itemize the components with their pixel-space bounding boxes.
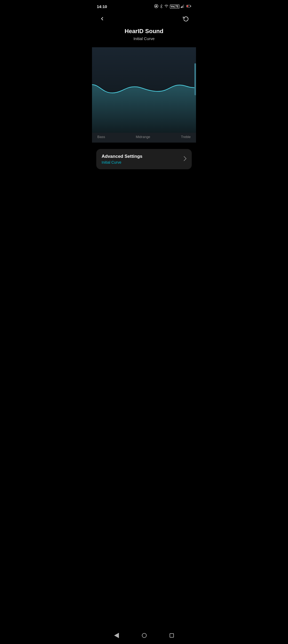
reset-button[interactable] <box>181 14 191 23</box>
midrange-label: Midrange <box>136 135 150 139</box>
settings-card-subtitle: Initial Curve <box>102 160 184 164</box>
chart-container <box>92 47 196 133</box>
settings-section: Advanced Settings Initial Curve <box>92 143 196 174</box>
wifi-icon <box>164 4 169 9</box>
bass-label: Bass <box>97 135 105 139</box>
back-button[interactable] <box>97 14 107 23</box>
settings-card-title: Advanced Settings <box>102 154 184 159</box>
battery-icon <box>186 5 191 9</box>
home-circle-icon <box>142 633 147 638</box>
recents-square-icon <box>170 633 174 638</box>
eq-chart <box>92 47 196 133</box>
bottom-nav <box>92 628 196 644</box>
volte-icon: VoLTE <box>170 5 179 9</box>
nav-home-button[interactable] <box>142 633 147 638</box>
settings-card-content: Advanced Settings Initial Curve <box>102 154 184 164</box>
page-title: HearID Sound <box>92 28 196 35</box>
svg-rect-4 <box>183 4 184 8</box>
svg-rect-6 <box>190 6 191 7</box>
chart-section: Bass Midrange Treble <box>92 47 196 143</box>
chart-scrollbar <box>194 63 196 95</box>
svg-rect-2 <box>182 6 182 8</box>
signal-icon <box>181 4 185 9</box>
chart-labels: Bass Midrange Treble <box>92 133 196 143</box>
settings-arrow-icon <box>184 156 186 162</box>
bluetooth-icon <box>160 4 163 9</box>
whatsapp-icon <box>154 4 158 9</box>
status-time: 14:10 <box>97 4 107 9</box>
treble-label: Treble <box>181 135 191 139</box>
svg-rect-1 <box>181 7 181 8</box>
title-section: HearID Sound Initial Curve <box>92 27 196 47</box>
svg-rect-3 <box>182 5 183 8</box>
nav-bar <box>92 12 196 27</box>
status-icons: VoLTE <box>154 4 191 9</box>
advanced-settings-card[interactable]: Advanced Settings Initial Curve <box>96 149 192 169</box>
status-bar: 14:10 VoLTE <box>92 0 196 12</box>
nav-recents-button[interactable] <box>170 633 174 638</box>
nav-back-button[interactable] <box>114 633 119 638</box>
back-triangle-icon <box>114 633 119 638</box>
page-subtitle: Initial Curve <box>92 36 196 41</box>
svg-rect-7 <box>187 5 188 7</box>
